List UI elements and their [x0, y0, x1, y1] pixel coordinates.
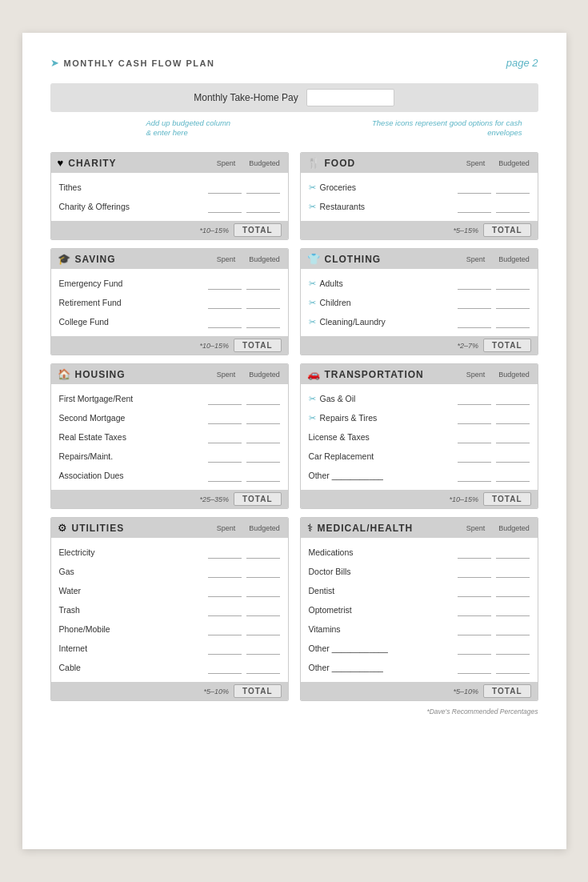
budgeted-input[interactable] — [246, 296, 280, 309]
spent-input[interactable] — [458, 469, 491, 482]
transportation-pct: *10–15% — [450, 495, 479, 503]
budgeted-input[interactable] — [496, 392, 530, 405]
budgeted-input[interactable] — [496, 469, 530, 482]
spent-input[interactable] — [208, 584, 242, 597]
spent-input[interactable] — [458, 565, 491, 578]
budgeted-input[interactable] — [496, 296, 530, 309]
spent-input[interactable] — [458, 296, 491, 309]
section-housing: 🏠 HOUSING Spent Budgeted First Mortgage/… — [50, 363, 289, 509]
budgeted-input[interactable] — [496, 546, 530, 559]
budgeted-input[interactable] — [246, 661, 280, 674]
item-label: ✂Adults — [309, 279, 458, 289]
budgeted-input[interactable] — [246, 584, 280, 597]
budgeted-input[interactable] — [246, 181, 280, 194]
spent-input[interactable] — [208, 200, 242, 213]
medical-col2: Budgeted — [498, 524, 531, 532]
spent-input[interactable] — [208, 296, 242, 309]
budgeted-input[interactable] — [496, 623, 530, 635]
list-item: Water — [59, 581, 280, 600]
title-row: ➤ MONTHLY CASH FLOW PLAN — [50, 57, 215, 69]
budgeted-input[interactable] — [496, 565, 530, 578]
spent-input[interactable] — [208, 603, 242, 616]
food-body: ✂Groceries ✂Restaurants — [301, 173, 538, 221]
spent-input[interactable] — [208, 392, 242, 405]
budgeted-input[interactable] — [246, 603, 280, 616]
list-item: ✂Groceries — [309, 178, 530, 197]
food-col2: Budgeted — [498, 159, 531, 167]
budgeted-input[interactable] — [246, 411, 280, 424]
budgeted-input[interactable] — [496, 661, 530, 674]
spent-input[interactable] — [458, 623, 491, 635]
housing-col1: Spent — [210, 371, 243, 379]
budgeted-input[interactable] — [496, 315, 530, 328]
medical-header: ⚕ MEDICAL/HEALTH Spent Budgeted — [301, 518, 538, 538]
budgeted-input[interactable] — [496, 277, 530, 290]
budgeted-input[interactable] — [246, 450, 280, 463]
budgeted-input[interactable] — [496, 603, 530, 616]
item-label: Medications — [309, 547, 458, 557]
item-label: Second Mortgage — [59, 413, 208, 423]
budgeted-input[interactable] — [496, 200, 530, 213]
spent-input[interactable] — [458, 450, 491, 463]
spent-input[interactable] — [208, 431, 242, 443]
list-item: Association Dues — [59, 466, 280, 485]
budgeted-input[interactable] — [246, 277, 280, 290]
spent-input[interactable] — [208, 565, 242, 578]
right-column: 🍴 FOOD Spent Budgeted ✂Groceries ✂Restau… — [300, 152, 538, 701]
list-item: Cable — [59, 658, 280, 677]
takehome-input[interactable] — [306, 89, 394, 106]
spent-input[interactable] — [208, 277, 242, 290]
budgeted-input[interactable] — [246, 546, 280, 559]
transportation-total: TOTAL — [483, 492, 530, 506]
budgeted-input[interactable] — [496, 642, 530, 655]
spent-input[interactable] — [208, 623, 242, 635]
spent-input[interactable] — [208, 661, 242, 674]
budgeted-input[interactable] — [246, 469, 280, 482]
item-inputs — [208, 200, 280, 213]
spent-input[interactable] — [458, 661, 491, 674]
budgeted-input[interactable] — [246, 392, 280, 405]
medical-pct: *5–10% — [454, 688, 479, 696]
item-label: Vitamins — [309, 624, 458, 634]
medical-body: Medications Doctor Bills Dentist Optomet… — [301, 538, 538, 682]
spent-input[interactable] — [458, 200, 491, 213]
budgeted-input[interactable] — [496, 411, 530, 424]
spent-input[interactable] — [208, 315, 242, 328]
budgeted-input[interactable] — [246, 200, 280, 213]
budgeted-input[interactable] — [246, 315, 280, 328]
spent-input[interactable] — [208, 411, 242, 424]
medical-col-labels: Spent Budgeted — [459, 524, 531, 532]
spent-input[interactable] — [208, 181, 242, 194]
item-label: Phone/Mobile — [59, 624, 208, 634]
spent-input[interactable] — [458, 546, 491, 559]
list-item: Electricity — [59, 543, 280, 562]
budgeted-input[interactable] — [496, 584, 530, 597]
spent-input[interactable] — [458, 315, 491, 328]
spent-input[interactable] — [458, 277, 491, 290]
budgeted-input[interactable] — [246, 565, 280, 578]
saving-body: Emergency Fund Retirement Fund — [51, 269, 288, 336]
spent-input[interactable] — [458, 431, 491, 443]
budgeted-input[interactable] — [496, 181, 530, 194]
budgeted-input[interactable] — [246, 431, 280, 443]
utilities-pct: *5–10% — [204, 688, 230, 696]
spent-input[interactable] — [458, 392, 491, 405]
spent-input[interactable] — [208, 450, 242, 463]
list-item: Second Mortgage — [59, 408, 280, 427]
spent-input[interactable] — [458, 411, 491, 424]
spent-input[interactable] — [458, 642, 491, 655]
spent-input[interactable] — [458, 584, 491, 597]
spent-input[interactable] — [458, 181, 491, 194]
item-label: Internet — [59, 643, 208, 653]
housing-col2: Budgeted — [248, 371, 282, 379]
budgeted-input[interactable] — [246, 642, 280, 655]
budgeted-input[interactable] — [496, 450, 530, 463]
budgeted-input[interactable] — [496, 431, 530, 443]
spent-input[interactable] — [458, 603, 491, 616]
spent-input[interactable] — [208, 469, 242, 482]
item-label: Tithes — [59, 182, 208, 192]
item-label: Dentist — [309, 586, 458, 595]
spent-input[interactable] — [208, 546, 242, 559]
spent-input[interactable] — [208, 642, 242, 655]
budgeted-input[interactable] — [246, 623, 280, 635]
